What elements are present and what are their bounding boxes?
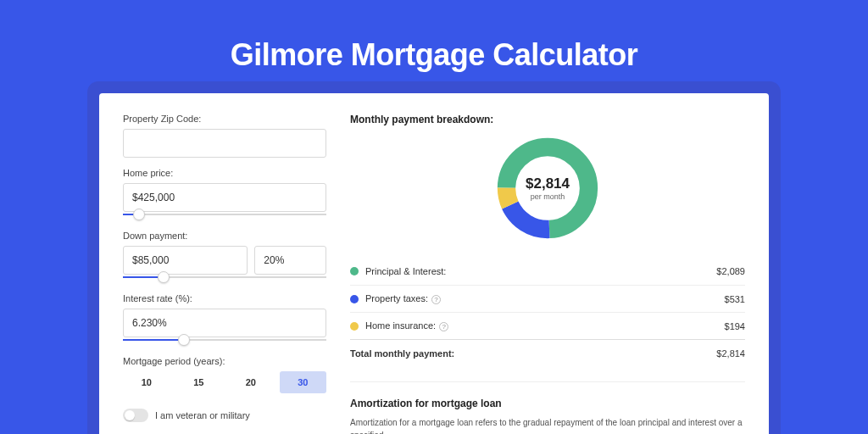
breakdown-heading: Monthly payment breakdown: — [350, 114, 745, 125]
mortgage-period-group: 10152030 — [123, 371, 326, 393]
down-payment-pct-input[interactable] — [254, 246, 326, 275]
mortgage-period-label: Mortgage period (years): — [123, 356, 326, 366]
payment-donut-chart: $2,814 per month — [493, 134, 602, 242]
down-payment-slider[interactable] — [123, 275, 326, 283]
breakdown-row: Principal & Interest:$2,089 — [350, 258, 745, 285]
veteran-label: I am veteran or military — [155, 410, 250, 420]
form-panel: Property Zip Code: Home price: Down paym… — [123, 114, 326, 434]
total-value: $2,814 — [716, 348, 745, 359]
info-icon[interactable]: ? — [439, 322, 448, 331]
donut-amount: $2,814 — [526, 175, 570, 192]
zip-input[interactable] — [123, 129, 326, 158]
period-option-30[interactable]: 30 — [280, 371, 327, 393]
period-option-20[interactable]: 20 — [227, 371, 275, 393]
amortization-text: Amortization for a mortgage loan refers … — [350, 416, 745, 434]
down-payment-input[interactable] — [123, 246, 248, 275]
home-price-label: Home price: — [123, 168, 326, 178]
breakdown-label: Home insurance:? — [365, 320, 725, 331]
calculator-card: Property Zip Code: Home price: Down paym… — [99, 93, 769, 434]
breakdown-row: Property taxes:?$531 — [350, 285, 745, 312]
legend-dot — [350, 322, 359, 331]
home-price-input[interactable] — [123, 183, 326, 212]
veteran-toggle[interactable] — [123, 409, 148, 422]
period-option-15[interactable]: 15 — [175, 371, 223, 393]
slider-thumb[interactable] — [158, 271, 170, 283]
breakdown-label: Principal & Interest: — [365, 266, 716, 276]
breakdown-list: Principal & Interest:$2,089Property taxe… — [350, 258, 745, 339]
slider-thumb[interactable] — [133, 209, 145, 220]
breakdown-value: $194 — [725, 321, 745, 331]
amortization-heading: Amortization for mortgage loan — [350, 398, 745, 409]
interest-rate-input[interactable] — [123, 309, 326, 337]
donut-sublabel: per month — [526, 192, 570, 201]
interest-rate-slider[interactable] — [123, 337, 326, 346]
period-option-10[interactable]: 10 — [123, 371, 170, 393]
total-label: Total monthly payment: — [350, 348, 716, 359]
page-title: Gilmore Mortgage Calculator — [0, 0, 868, 93]
down-payment-label: Down payment: — [123, 231, 326, 241]
breakdown-label: Property taxes:? — [365, 293, 725, 304]
legend-dot — [350, 295, 359, 303]
zip-label: Property Zip Code: — [123, 114, 326, 124]
interest-rate-label: Interest rate (%): — [123, 293, 326, 303]
home-price-slider[interactable] — [123, 212, 326, 220]
info-icon[interactable]: ? — [431, 295, 441, 304]
toggle-knob — [125, 410, 135, 420]
breakdown-panel: Monthly payment breakdown: $2,814 per mo… — [350, 114, 745, 434]
breakdown-value: $2,089 — [716, 266, 745, 276]
legend-dot — [350, 267, 359, 275]
breakdown-row: Home insurance:?$194 — [350, 312, 745, 339]
breakdown-value: $531 — [725, 294, 745, 304]
slider-thumb[interactable] — [178, 334, 190, 346]
